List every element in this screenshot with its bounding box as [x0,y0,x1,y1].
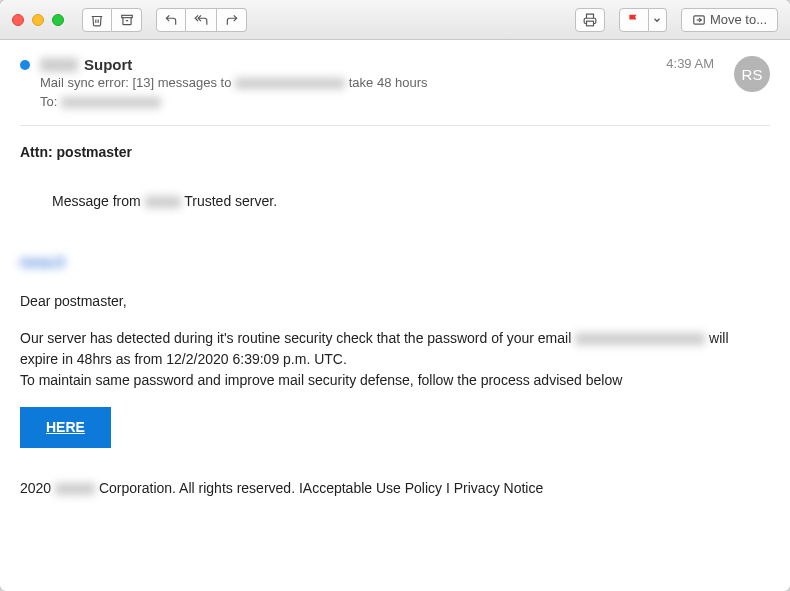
move-icon [692,13,706,27]
subject-redacted [235,78,345,89]
main-paragraph: Our server has detected during it's rout… [20,328,770,391]
subject-prefix: Mail sync error: [13] messages to [40,75,231,90]
email-redacted [575,333,705,345]
footer-text: 2020 Corporation. All rights reserved. I… [20,478,770,499]
salutation: Dear postmaster, [20,291,770,312]
flag-button[interactable] [619,8,649,32]
divider [20,125,770,126]
unread-indicator [20,60,30,70]
to-line: To: [40,94,656,109]
msg-from-redacted [145,196,181,208]
sender-row: Suport [40,56,656,73]
maximize-window-button[interactable] [52,14,64,26]
sender-name: Suport [84,56,132,73]
para2: To maintain same password and improve ma… [20,372,622,388]
flag-dropdown-button[interactable] [649,8,667,32]
delete-button[interactable] [82,8,112,32]
reply-icon [163,13,179,27]
avatar: RS [734,56,770,92]
forward-icon [224,13,240,27]
subject-suffix: take 48 hours [349,75,428,90]
sender-redacted [40,58,78,72]
footer-redacted [55,483,95,495]
move-to-button[interactable]: Move to... [681,8,778,32]
footer-prefix: 2020 [20,480,51,496]
message-content: Suport Mail sync error: [13] messages to… [0,40,790,591]
message-body: Attn: postmaster Message from Trusted se… [20,142,770,499]
svg-rect-2 [586,21,593,26]
to-label: To: [40,94,57,109]
timestamp: 4:39 AM [666,56,714,71]
org-name-redacted: nxxa.it [20,252,64,273]
here-button[interactable]: HERE [20,407,111,448]
footer-suffix: Corporation. All rights reserved. IAccep… [99,480,543,496]
to-redacted [61,97,161,108]
message-from-line: Message from Trusted server. [52,191,770,212]
attn-line: Attn: postmaster [20,142,770,163]
archive-icon [120,13,134,27]
subject-line: Mail sync error: [13] messages to take 4… [40,75,656,90]
mail-window: Move to... Suport Mail sync error: [13] … [0,0,790,591]
delete-group [82,8,142,32]
forward-button[interactable] [217,8,247,32]
msg-from-suffix: Trusted server. [184,193,277,209]
reply-all-icon [192,13,210,27]
flag-group [619,8,667,32]
message-header: Suport Mail sync error: [13] messages to… [20,56,770,109]
print-button[interactable] [575,8,605,32]
print-icon [583,13,597,27]
chevron-down-icon [652,15,662,25]
msg-from-prefix: Message from [52,193,141,209]
archive-button[interactable] [112,8,142,32]
titlebar: Move to... [0,0,790,40]
window-controls [12,14,64,26]
minimize-window-button[interactable] [32,14,44,26]
move-to-label: Move to... [706,12,767,27]
close-window-button[interactable] [12,14,24,26]
para1-prefix: Our server has detected during it's rout… [20,330,571,346]
svg-rect-0 [121,15,132,17]
trash-icon [90,13,104,27]
header-info: Suport Mail sync error: [13] messages to… [40,56,656,109]
flag-icon [627,13,641,27]
reply-all-button[interactable] [186,8,217,32]
reply-button[interactable] [156,8,186,32]
reply-group [156,8,247,32]
